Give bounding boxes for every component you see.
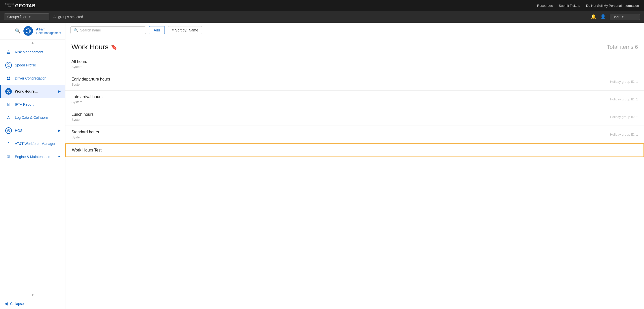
list-item-standard-hours[interactable]: Standard hours System Holiday group ID: … bbox=[65, 126, 644, 143]
page-title-wrap: Work Hours 🔖 bbox=[71, 43, 117, 51]
item-sub-early-departure: System bbox=[71, 83, 110, 86]
add-button[interactable]: Add bbox=[149, 26, 165, 34]
user-dropdown[interactable]: User ▼ bbox=[610, 14, 640, 20]
item-name-standard-hours: Standard hours bbox=[71, 130, 99, 134]
att-logo-icon bbox=[26, 28, 31, 33]
page-header: Work Hours 🔖 Total items 6 bbox=[65, 38, 644, 55]
sidebar-logo bbox=[23, 26, 33, 36]
sidebar-item-work-hours[interactable]: Work Hours... ▶ bbox=[0, 85, 65, 98]
powered-by-text: Powered by bbox=[5, 3, 14, 8]
driver-congregation-icon bbox=[5, 75, 12, 82]
sidebar-item-workforce-manager[interactable]: AT&T Workforce Manager bbox=[0, 137, 65, 150]
sort-button[interactable]: ≡ Sort by: Name bbox=[168, 26, 202, 34]
item-name-work-hours-test: Work Hours Test bbox=[72, 148, 102, 152]
topbar-left: Powered by GEOTAB bbox=[5, 3, 38, 8]
list-item-lunch-hours[interactable]: Lunch hours System Holiday group ID: 1 bbox=[65, 108, 644, 126]
item-meta-standard-hours: Holiday group ID: 1 bbox=[610, 133, 638, 136]
work-hours-list: All hours System Early departure hours S… bbox=[65, 55, 644, 157]
sidebar-item-speed-profile[interactable]: Speed Profile bbox=[0, 59, 65, 72]
list-item-work-hours-test[interactable]: Work Hours Test bbox=[65, 143, 644, 157]
groups-filter-label: Groups filter bbox=[7, 15, 26, 19]
scroll-up-indicator: ▲ bbox=[0, 40, 65, 46]
work-hours-label: Work Hours... bbox=[15, 89, 38, 93]
work-hours-icon bbox=[5, 88, 12, 95]
log-data-label: Log Data & Collisions bbox=[15, 115, 49, 120]
svg-rect-16 bbox=[8, 156, 9, 157]
search-input-icon: 🔍 bbox=[74, 28, 78, 32]
speed-profile-label: Speed Profile bbox=[15, 63, 36, 67]
filterbar: Groups filter ▼ All groups selected 🔔 👤 … bbox=[0, 11, 644, 23]
resources-link[interactable]: Resources bbox=[537, 4, 553, 8]
all-groups-text: All groups selected bbox=[53, 15, 83, 19]
engine-maintenance-arrow: ▼ bbox=[58, 155, 61, 159]
svg-point-5 bbox=[8, 65, 9, 65]
groups-filter-button[interactable]: Groups filter ▼ bbox=[4, 13, 49, 20]
geotab-brand-logo: GEOTAB bbox=[15, 3, 38, 8]
bell-icon[interactable]: 🔔 bbox=[591, 14, 596, 20]
scroll-down-button[interactable]: ▼ bbox=[31, 293, 34, 297]
item-name-lunch-hours: Lunch hours bbox=[71, 112, 94, 117]
filterbar-right: 🔔 👤 User ▼ bbox=[591, 14, 640, 20]
driver-congregation-label: Driver Congregation bbox=[15, 76, 46, 80]
content-toolbar: 🔍 Add ≡ Sort by: Name bbox=[65, 23, 644, 38]
sidebar-item-engine-maintenance[interactable]: Engine & Maintenance ▼ bbox=[0, 150, 65, 163]
item-name-early-departure: Early departure hours bbox=[71, 77, 110, 82]
hos-label: HOS... bbox=[15, 129, 25, 133]
geotab-logo: Powered by GEOTAB bbox=[5, 3, 38, 8]
search-input-wrap[interactable]: 🔍 bbox=[70, 26, 146, 34]
topbar-right: Resources Submit Tickets Do Not Sell My … bbox=[537, 4, 639, 8]
item-sub-lunch-hours: System bbox=[71, 118, 94, 122]
submit-tickets-link[interactable]: Submit Tickets bbox=[559, 4, 580, 8]
item-meta-early-departure: Holiday group ID: 1 bbox=[610, 80, 638, 84]
sort-label: Sort by: bbox=[175, 28, 187, 32]
user-dropdown-name: User bbox=[613, 15, 619, 19]
item-sub-standard-hours: System bbox=[71, 135, 99, 139]
sort-value: Name bbox=[189, 28, 198, 32]
svg-text:GEOTAB: GEOTAB bbox=[15, 3, 36, 8]
item-name-late-arrival: Late arrival hours bbox=[71, 95, 103, 99]
workforce-manager-icon bbox=[5, 140, 12, 147]
ifta-icon bbox=[5, 101, 12, 108]
risk-management-icon bbox=[5, 49, 12, 55]
do-not-sell-link[interactable]: Do Not Sell My Personal Information bbox=[586, 4, 639, 8]
engine-maintenance-icon bbox=[5, 153, 12, 160]
hos-arrow: ▶ bbox=[58, 129, 61, 132]
sidebar-company: AT&T Fleet Management bbox=[36, 27, 61, 35]
collapse-arrow-icon: ◀ bbox=[5, 301, 8, 306]
svg-rect-15 bbox=[7, 156, 10, 158]
risk-management-label: Risk Management bbox=[15, 50, 43, 54]
sidebar-item-log-data[interactable]: Log Data & Collisions bbox=[0, 111, 65, 124]
sidebar-item-driver-congregation[interactable]: Driver Congregation bbox=[0, 72, 65, 85]
list-item-all-hours[interactable]: All hours System bbox=[65, 55, 644, 73]
item-meta-late-arrival: Holiday group ID: 1 bbox=[610, 97, 638, 101]
svg-point-7 bbox=[9, 77, 10, 78]
user-icon[interactable]: 👤 bbox=[600, 14, 606, 20]
search-input[interactable] bbox=[80, 28, 143, 32]
sidebar-item-risk-management[interactable]: Risk Management bbox=[0, 46, 65, 59]
page-title: Work Hours bbox=[71, 43, 108, 51]
speed-profile-icon bbox=[5, 62, 12, 68]
svg-point-6 bbox=[7, 77, 9, 78]
item-sub-late-arrival: System bbox=[71, 100, 103, 104]
sidebar-header: 🔍 AT&T Fleet Management bbox=[0, 23, 65, 40]
scroll-up-button[interactable]: ▲ bbox=[31, 41, 34, 45]
svg-rect-14 bbox=[8, 144, 10, 144]
work-hours-arrow: ▶ bbox=[58, 90, 61, 93]
sidebar-item-hos[interactable]: HOS... ▶ bbox=[0, 124, 65, 137]
company-name: AT&T bbox=[36, 27, 61, 31]
company-sub: Fleet Management bbox=[36, 31, 61, 35]
sidebar-item-ifta-report[interactable]: IFTA Report bbox=[0, 98, 65, 111]
ifta-report-label: IFTA Report bbox=[15, 102, 33, 106]
collapse-label: Collapse bbox=[10, 302, 24, 306]
bookmark-icon[interactable]: 🔖 bbox=[111, 44, 117, 50]
list-item-early-departure[interactable]: Early departure hours System Holiday gro… bbox=[65, 73, 644, 91]
list-item-late-arrival[interactable]: Late arrival hours System Holiday group … bbox=[65, 91, 644, 108]
item-name-all-hours: All hours bbox=[71, 59, 87, 64]
global-search-icon[interactable]: 🔍 bbox=[15, 28, 20, 34]
collapse-button[interactable]: ◀ Collapse bbox=[0, 298, 65, 309]
main-layout: 🔍 AT&T Fleet Management ▲ bbox=[0, 23, 644, 309]
hos-icon bbox=[5, 127, 12, 134]
workforce-manager-label: AT&T Workforce Manager bbox=[15, 142, 55, 146]
sort-icon: ≡ bbox=[172, 28, 174, 32]
log-data-icon bbox=[5, 114, 12, 121]
